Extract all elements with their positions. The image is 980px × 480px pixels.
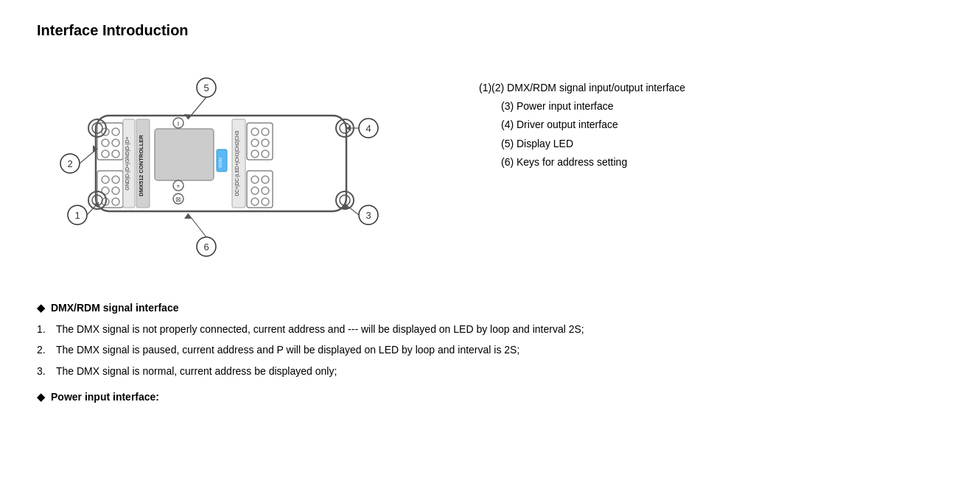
svg-point-40 [262,150,269,158]
svg-point-38 [262,139,269,147]
svg-rect-23 [155,129,214,180]
svg-point-47 [262,198,269,205]
svg-point-36 [262,128,269,135]
svg-text:⊠: ⊠ [175,196,181,203]
svg-marker-74 [184,213,192,219]
svg-point-46 [251,198,259,205]
legend-line2: (3) Power input interface [479,97,943,116]
svg-point-2 [102,176,109,183]
svg-text:DC+|DC-|LED+|CH1|CH2|CH3: DC+|DC-|LED+|CH1|CH2|CH3 [234,130,240,196]
section-header-power: Power input interface: [37,391,943,403]
svg-point-12 [112,139,119,147]
svg-text:+: + [176,183,180,190]
body-sections: DMX/RDM signal interface 1. The DMX sign… [37,302,943,403]
dmx-list: 1. The DMX signal is not properly connec… [37,321,943,379]
svg-text:6: 6 [203,241,209,253]
list-item: 2. The DMX signal is paused, current add… [37,342,943,358]
legend-line5: (6) Keys for address setting [479,153,943,172]
svg-point-10 [112,128,119,135]
svg-text:DMX512 CONTROLLER: DMX512 CONTROLLER [138,135,144,197]
legend-line3: (4) Driver output interface [479,116,943,134]
svg-point-45 [262,187,269,194]
svg-point-13 [102,150,109,158]
page-title: Interface Introduction [37,22,943,39]
diagram-container: GND|D-|D+|GND|D-|D+ DMX512 CONTROLLER I … [37,57,449,280]
svg-text:3: 3 [365,210,371,221]
legend-line1: (1)(2) DMX/RDM signal input/output inter… [479,79,943,97]
svg-text:I: I [178,120,180,127]
svg-point-35 [251,128,259,135]
svg-point-42 [251,176,259,183]
interface-diagram: GND|D-|D+|GND|D-|D+ DMX512 CONTROLLER I … [37,57,420,278]
svg-point-14 [112,150,119,158]
svg-point-43 [262,176,269,183]
list-item: 3. The DMX signal is normal, current add… [37,363,943,379]
svg-marker-70 [184,114,192,119]
svg-text:RDM: RDM [218,158,223,168]
svg-point-7 [112,198,119,205]
svg-line-73 [188,213,206,237]
svg-point-39 [251,150,259,158]
list-item: 1. The DMX signal is not properly connec… [37,321,943,337]
svg-text:2: 2 [67,158,72,169]
svg-point-11 [102,139,109,147]
legend-line4: (5) Display LED [479,135,943,153]
svg-point-3 [112,176,119,183]
svg-text:4: 4 [365,123,371,134]
svg-text:1: 1 [74,210,80,221]
svg-text:5: 5 [203,82,209,93]
svg-text:GND|D-|D+|GND|D-|D+: GND|D-|D+|GND|D-|D+ [125,136,130,190]
legend-panel: (1)(2) DMX/RDM signal input/output inter… [479,57,943,172]
svg-point-5 [112,187,119,194]
svg-point-37 [251,139,259,147]
section-header-dmx: DMX/RDM signal interface [37,302,943,314]
svg-point-44 [251,187,259,194]
